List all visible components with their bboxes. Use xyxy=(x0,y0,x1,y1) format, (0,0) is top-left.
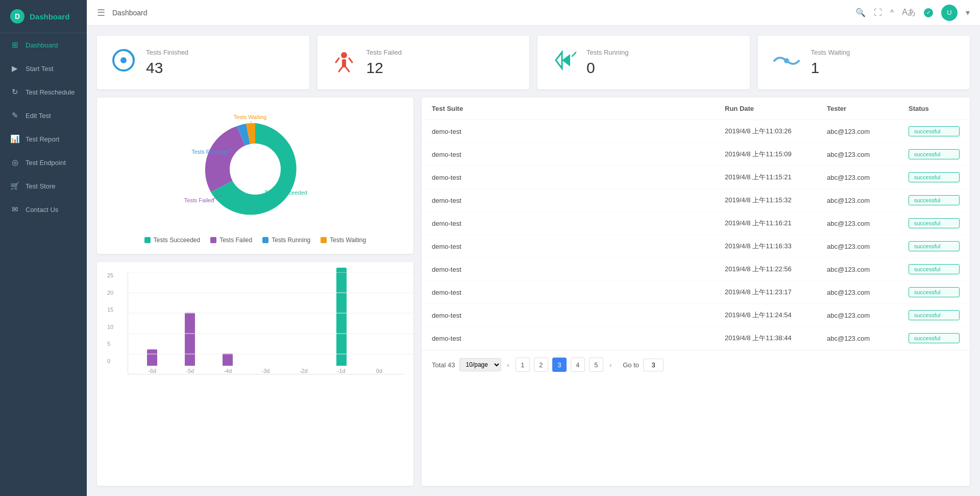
bar-chart-card: 25 20 15 10 5 0 xyxy=(97,262,413,486)
sidebar-item-dashboard[interactable]: ⊞ Dashboard xyxy=(0,33,87,57)
status-badge: successful xyxy=(909,287,960,297)
sidebar-item-test-reschedule[interactable]: ↻ Test Reschedule xyxy=(0,80,87,104)
legend-succeeded: Tests Succeeded xyxy=(144,237,200,244)
cell-suite: demo-test xyxy=(432,289,725,296)
col-status: Status xyxy=(909,105,960,112)
legend-running: Tests Running xyxy=(262,237,310,244)
goto-label: Go to xyxy=(623,361,639,369)
stat-card-waiting: Tests Waiting 1 xyxy=(758,36,970,89)
avatar[interactable]: U xyxy=(941,5,958,21)
cell-date: 2019/4/8 上午11:22:56 xyxy=(725,265,827,274)
edit-icon: ✎ xyxy=(10,111,19,120)
status-badge: successful xyxy=(909,310,960,320)
y-label-0: 0 xyxy=(107,358,113,364)
svg-line-4 xyxy=(336,58,339,62)
sidebar-item-contact-us[interactable]: ✉ Contact Us xyxy=(0,198,87,221)
sidebar-logo[interactable]: D Dashboard xyxy=(0,0,87,33)
sidebar-item-test-endpoint[interactable]: ◎ Test Endpoint xyxy=(0,151,87,174)
sidebar-logo-label: Dashboard xyxy=(30,12,69,21)
pagination: Total 43 10/page 20/page 50/page ‹ 1 2 3… xyxy=(422,350,970,379)
cell-tester: abc@123.com xyxy=(827,197,909,204)
status-badge: successful xyxy=(909,218,960,228)
main-area: ☰ Dashboard 🔍 ⛶ ᴬ Aあ ✓ U ▾ Tests Finishe… xyxy=(87,0,980,496)
svg-line-5 xyxy=(349,58,352,62)
table-row: demo-test 2019/4/8 上午11:15:32 abc@123.co… xyxy=(422,189,970,212)
status-badge: successful xyxy=(909,195,960,205)
sidebar-item-test-report[interactable]: 📊 Test Report xyxy=(0,127,87,151)
legend-waiting: Tests Waiting xyxy=(321,237,366,244)
content: Tests Finished 43 Tests xyxy=(87,26,980,496)
stat-info-failed: Tests Failed 12 xyxy=(366,49,402,77)
svg-marker-8 xyxy=(556,52,562,68)
legend-label-running: Tests Running xyxy=(272,237,310,244)
col-tester: Tester xyxy=(827,105,909,112)
svg-point-1 xyxy=(120,57,127,63)
page-btn-2[interactable]: 2 xyxy=(534,358,548,372)
stat-value-running: 0 xyxy=(586,59,628,77)
notification-badge[interactable]: ✓ xyxy=(924,8,933,17)
next-page-btn[interactable]: › xyxy=(607,361,614,369)
per-page-select[interactable]: 10/page 20/page 50/page xyxy=(459,358,501,371)
table-row: demo-test 2019/4/8 上午11:15:09 abc@123.co… xyxy=(422,143,970,166)
goto-input[interactable] xyxy=(643,359,664,371)
sidebar-item-label: Test Report xyxy=(26,135,59,143)
text-size-icon[interactable]: ᴬ xyxy=(890,8,894,17)
sidebar-item-start-test[interactable]: ▶ Start Test xyxy=(0,57,87,80)
page-btn-1[interactable]: 1 xyxy=(516,358,530,372)
failed-icon xyxy=(332,48,356,77)
reschedule-icon: ↻ xyxy=(10,87,19,97)
cell-tester: abc@123.com xyxy=(827,151,909,158)
table-row: demo-test 2019/4/8 上午11:24:54 abc@123.co… xyxy=(422,304,970,327)
svg-text:Tests Waiting: Tests Waiting xyxy=(233,114,266,120)
total-label: Total 43 xyxy=(432,361,455,369)
prev-page-btn[interactable]: ‹ xyxy=(505,361,511,369)
donut-chart: Tests Succeeded Tests Failed Tests Runni… xyxy=(184,113,327,225)
cell-tester: abc@123.com xyxy=(827,289,909,296)
table-row: demo-test 2019/4/8 上午11:16:33 abc@123.co… xyxy=(422,235,970,258)
dropdown-icon[interactable]: ▾ xyxy=(966,8,970,17)
stat-label-finished: Tests Finished xyxy=(146,49,188,56)
store-icon: 🛒 xyxy=(10,181,19,191)
contact-icon: ✉ xyxy=(10,205,19,214)
col-date: Run Date xyxy=(725,105,827,112)
status-badge: successful xyxy=(909,172,960,182)
sidebar: D Dashboard ⊞ Dashboard ▶ Start Test ↻ T… xyxy=(0,0,87,496)
stat-value-waiting: 1 xyxy=(811,59,850,77)
sidebar-item-label: Test Reschedule xyxy=(26,88,75,96)
cell-suite: demo-test xyxy=(432,220,725,227)
expand-icon[interactable]: ⛶ xyxy=(874,8,882,17)
status-badge: successful xyxy=(909,333,960,343)
status-badge: successful xyxy=(909,241,960,251)
translate-icon[interactable]: Aあ xyxy=(902,7,916,18)
cell-suite: demo-test xyxy=(432,128,725,135)
page-btn-5[interactable]: 5 xyxy=(589,358,603,372)
sidebar-item-label: Edit Test xyxy=(26,112,51,120)
svg-line-6 xyxy=(339,67,342,72)
cell-suite: demo-test xyxy=(432,197,725,204)
page-btn-3[interactable]: 3 xyxy=(552,358,567,372)
page-title: Dashboard xyxy=(112,9,148,17)
menu-icon[interactable]: ☰ xyxy=(97,7,105,18)
logo-icon: D xyxy=(10,9,24,23)
legend-dot-succeeded xyxy=(144,237,151,243)
search-icon[interactable]: 🔍 xyxy=(855,8,866,17)
running-icon xyxy=(552,48,576,77)
donut-container: Tests Succeeded Tests Failed Tests Runni… xyxy=(107,108,403,244)
chart-legend: Tests Succeeded Tests Failed Tests Runni… xyxy=(144,237,366,244)
legend-dot-waiting xyxy=(321,237,327,243)
page-btn-4[interactable]: 4 xyxy=(571,358,585,372)
table-row: demo-test 2019/4/8 上午11:03:26 abc@123.co… xyxy=(422,120,970,143)
svg-point-2 xyxy=(341,52,347,58)
header-icons: 🔍 ⛶ ᴬ Aあ ✓ U ▾ xyxy=(855,5,970,21)
svg-line-10 xyxy=(572,52,576,56)
sidebar-item-test-store[interactable]: 🛒 Test Store xyxy=(0,174,87,198)
sidebar-item-label: Test Store xyxy=(26,182,56,190)
table-row: demo-test 2019/4/8 上午11:22:56 abc@123.co… xyxy=(422,258,970,281)
stat-card-failed: Tests Failed 12 xyxy=(317,36,530,89)
stat-label-failed: Tests Failed xyxy=(366,49,402,56)
cell-suite: demo-test xyxy=(432,266,725,273)
sidebar-item-edit-test[interactable]: ✎ Edit Test xyxy=(0,104,87,127)
stat-info-waiting: Tests Waiting 1 xyxy=(811,49,850,77)
cell-date: 2019/4/8 上午11:15:21 xyxy=(725,173,827,182)
cell-date: 2019/4/8 上午11:16:33 xyxy=(725,242,827,251)
